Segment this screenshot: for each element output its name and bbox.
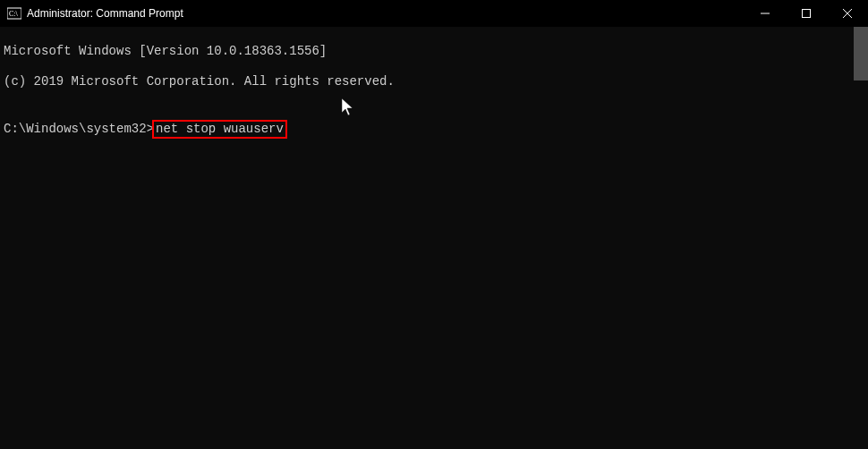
version-line: Microsoft Windows [Version 10.0.18363.15… xyxy=(4,44,864,59)
command-text: net stop wuauserv xyxy=(156,122,284,136)
command-highlight: net stop wuauserv xyxy=(152,120,287,139)
window-controls xyxy=(745,0,868,27)
maximize-button[interactable] xyxy=(786,0,827,27)
close-button[interactable] xyxy=(827,0,868,27)
copyright-line: (c) 2019 Microsoft Corporation. All righ… xyxy=(4,74,864,89)
window-title: Administrator: Command Prompt xyxy=(27,7,183,20)
svg-rect-3 xyxy=(803,10,811,18)
vertical-scrollbar[interactable] xyxy=(854,27,868,80)
titlebar[interactable]: C:\ Administrator: Command Prompt xyxy=(0,0,868,27)
terminal-output[interactable]: Microsoft Windows [Version 10.0.18363.15… xyxy=(0,27,868,156)
svg-text:C:\: C:\ xyxy=(9,10,19,18)
minimize-button[interactable] xyxy=(745,0,786,27)
prompt-text: C:\Windows\system32> xyxy=(4,122,154,136)
cmd-icon: C:\ xyxy=(7,6,21,21)
prompt-line: C:\Windows\system32>net stop wuauserv xyxy=(4,120,864,139)
